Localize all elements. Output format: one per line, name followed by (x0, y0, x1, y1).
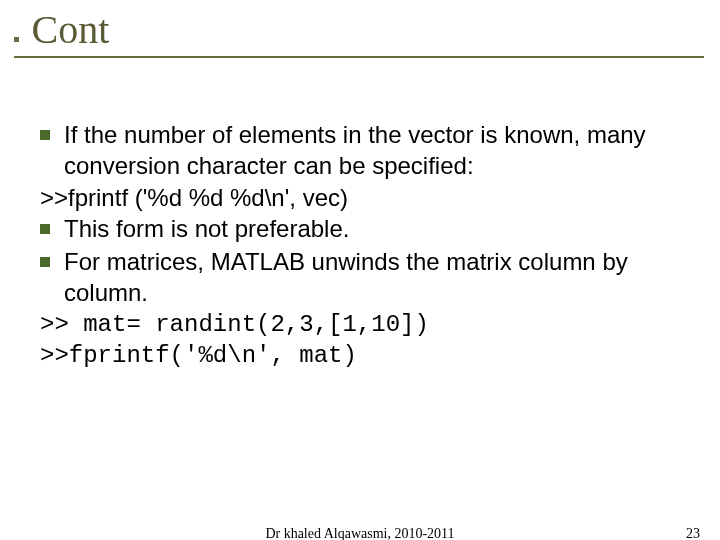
square-bullet-icon (40, 257, 50, 267)
slide-body: If the number of elements in the vector … (40, 120, 680, 372)
square-bullet-icon (40, 224, 50, 234)
page-number: 23 (686, 526, 700, 540)
list-item: For matrices, MATLAB unwinds the matrix … (40, 247, 680, 308)
slide-title: Cont (31, 6, 109, 53)
list-item: If the number of elements in the vector … (40, 120, 680, 181)
square-bullet-icon (40, 130, 50, 140)
title-underline (14, 56, 704, 58)
list-item-text: If the number of elements in the vector … (64, 120, 680, 181)
footer-author: Dr khaled Alqawasmi, 2010-2011 (0, 526, 720, 540)
code-line: >>fprintf('%d\n', mat) (40, 341, 680, 372)
code-line: >>fprintf ('%d %d %d\n', vec) (40, 183, 680, 214)
list-item: This form is not preferable. (40, 214, 680, 245)
list-item-text: This form is not preferable. (64, 214, 680, 245)
slide-title-block: Cont (14, 6, 109, 53)
list-item-text: For matrices, MATLAB unwinds the matrix … (64, 247, 680, 308)
slide: Cont If the number of elements in the ve… (0, 0, 720, 540)
code-line: >> mat= randint(2,3,[1,10]) (40, 310, 680, 341)
title-bullet-icon (14, 37, 19, 42)
